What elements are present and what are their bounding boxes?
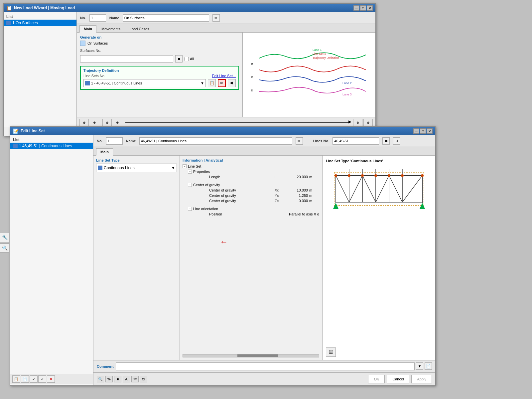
info-title: Information | Analytical bbox=[183, 158, 319, 162]
type-value: Continuous Lines bbox=[104, 166, 135, 170]
expand-properties[interactable]: − bbox=[188, 170, 192, 174]
svg-point-33 bbox=[388, 174, 390, 177]
formula-icon[interactable]: fx bbox=[140, 376, 147, 382]
line-set-select[interactable]: 1 - 46,49-51 | Continuous Lines ▼ bbox=[83, 79, 206, 87]
text-icon[interactable]: A bbox=[123, 376, 130, 382]
main-list-panel: List 1 On Surfaces bbox=[4, 12, 77, 127]
svg-text:e: e bbox=[251, 88, 253, 92]
surfaces-input-row: ✖ All bbox=[80, 55, 239, 63]
no-input[interactable] bbox=[89, 14, 106, 22]
tree-spacer1 bbox=[183, 180, 319, 182]
list-new-btn[interactable]: 📋 bbox=[12, 375, 20, 383]
line-set-type-select[interactable]: Continuous Lines ▼ bbox=[96, 164, 177, 172]
cancel-button[interactable]: Cancel bbox=[387, 375, 409, 383]
svg-line-19 bbox=[349, 176, 362, 202]
comment-dropdown-btn[interactable]: ▼ bbox=[416, 362, 423, 370]
yc-var: Yc bbox=[275, 194, 285, 198]
list-delete-btn[interactable]: ✕ bbox=[47, 375, 55, 383]
tab-load-cases[interactable]: Load Cases bbox=[125, 25, 154, 32]
mov-btn-6[interactable]: ⊕ bbox=[363, 119, 373, 126]
mov-btn-5[interactable]: ⊕ bbox=[353, 119, 362, 126]
left-icon-1[interactable]: 🔧 bbox=[0, 233, 9, 242]
all-checkbox-group: All bbox=[185, 57, 194, 61]
edit-tab-bar: Main bbox=[93, 147, 435, 156]
surfaces-row: Surfaces No. bbox=[80, 49, 239, 53]
mov-btn-4[interactable]: ⊕ bbox=[113, 119, 122, 126]
eye-icon[interactable]: 👁 bbox=[131, 376, 139, 382]
list-check2-btn[interactable]: ✓ bbox=[38, 375, 46, 383]
viz-info-btn[interactable]: 🖼 bbox=[326, 347, 336, 357]
minimize-button[interactable]: ─ bbox=[353, 5, 359, 11]
edit-minimize-button[interactable]: ─ bbox=[413, 128, 419, 134]
edit-window-controls: ─ □ ✕ bbox=[413, 128, 433, 134]
trajectory-definition-box: Trajectory Definition Line Sets No. Edit… bbox=[80, 66, 239, 90]
surfaces-pick-button[interactable]: ✖ bbox=[175, 55, 183, 63]
edit-list-panel: List 1 46,49-51 | Continuous Lines 📋 📄 ✓… bbox=[10, 135, 93, 385]
edit-name-btn[interactable]: ✏ bbox=[296, 137, 303, 145]
name-label: Name bbox=[109, 16, 119, 20]
scroll-bar[interactable] bbox=[183, 354, 319, 357]
scroll-thumb[interactable] bbox=[237, 354, 278, 357]
list-item-1[interactable]: 1 On Surfaces bbox=[4, 20, 76, 26]
surfaces-no-input[interactable] bbox=[80, 55, 173, 63]
edit-lines-pick-btn[interactable]: ✖ bbox=[382, 137, 390, 145]
mov-btn-1[interactable]: ⊕ bbox=[79, 119, 89, 126]
tab-movements[interactable]: Movements bbox=[97, 25, 125, 32]
edit-no-input[interactable] bbox=[106, 137, 123, 145]
edit-maximize-button[interactable]: □ bbox=[420, 128, 426, 134]
xc-name: Center of gravity bbox=[209, 188, 275, 192]
main-content-area: List 1 On Surfaces No. Name ✏ bbox=[4, 12, 375, 127]
expand-lineset[interactable]: − bbox=[183, 164, 187, 168]
name-input[interactable] bbox=[123, 14, 209, 22]
edit-tab-main[interactable]: Main bbox=[96, 148, 113, 156]
search-bottom-icon[interactable]: 🔍 bbox=[97, 376, 104, 382]
tree-length-value: 20.000 bbox=[285, 175, 308, 179]
svg-line-23 bbox=[402, 176, 422, 202]
edit-name-input[interactable] bbox=[139, 137, 292, 145]
mov-btn-2[interactable]: ⊕ bbox=[90, 119, 99, 126]
percent-icon[interactable]: % bbox=[105, 376, 113, 382]
movement-icons-row: ⊕ ⊕ ⊕ ⊕ ▶ ⊕ ⊕ bbox=[77, 117, 375, 127]
expand-cog[interactable]: − bbox=[188, 183, 192, 187]
comment-input[interactable] bbox=[116, 362, 415, 370]
traj-add-button[interactable]: 📋 bbox=[208, 79, 216, 87]
svg-text:e: e bbox=[251, 62, 253, 66]
close-button[interactable]: ✕ bbox=[367, 5, 373, 11]
title-left: 📋 New Load Wizard | Moving Load bbox=[6, 5, 75, 11]
edit-close-button[interactable]: ✕ bbox=[427, 128, 433, 134]
yc-value: 1.250 bbox=[285, 194, 308, 198]
edit-lines-input[interactable] bbox=[332, 137, 379, 145]
edit-line-set-link[interactable]: Edit Line Set... bbox=[212, 74, 236, 78]
edit-list-item-1[interactable]: 1 46,49-51 | Continuous Lines bbox=[10, 143, 93, 149]
square-icon[interactable]: ■ bbox=[114, 376, 121, 382]
zc-unit: m bbox=[309, 199, 319, 203]
name-edit-button[interactable]: ✏ bbox=[212, 14, 220, 22]
no-label: No. bbox=[80, 16, 86, 20]
comment-copy-btn[interactable]: 📄 bbox=[425, 362, 432, 370]
apply-button[interactable]: Apply bbox=[411, 375, 432, 383]
traj-delete-button[interactable]: ✖ bbox=[228, 79, 236, 87]
edit-list-spacer bbox=[10, 149, 93, 374]
tree-length-var: L bbox=[275, 175, 285, 179]
all-checkbox[interactable] bbox=[185, 57, 189, 61]
info-area: Information | Analytical − Line Set − Pr… bbox=[180, 156, 322, 360]
mov-btn-3[interactable]: ⊕ bbox=[102, 119, 112, 126]
list-panel-label: List bbox=[4, 14, 76, 20]
ok-button[interactable]: OK bbox=[368, 375, 385, 383]
maximize-button[interactable]: □ bbox=[360, 5, 366, 11]
list-copy-btn[interactable]: 📄 bbox=[21, 375, 29, 383]
expand-orientation[interactable]: − bbox=[188, 207, 192, 211]
viz-export-btn[interactable]: 🖼 bbox=[326, 347, 336, 357]
traj-select-row: 1 - 46,49-51 | Continuous Lines ▼ 📋 ✏ ✖ bbox=[83, 79, 236, 87]
edit-title-left: 📝 Edit Line Set bbox=[13, 128, 45, 134]
list-item-icon bbox=[6, 21, 11, 25]
edit-lines-refresh-btn[interactable]: ↺ bbox=[393, 137, 400, 145]
svg-point-31 bbox=[361, 174, 364, 177]
comment-label: Comment bbox=[97, 364, 114, 368]
list-check1-btn[interactable]: ✓ bbox=[30, 375, 38, 383]
left-icon-2[interactable]: 🔍 bbox=[0, 243, 9, 253]
line-sets-no-label: Line Sets No. bbox=[83, 74, 105, 78]
tab-main[interactable]: Main bbox=[79, 25, 96, 33]
traj-edit-highlighted-button[interactable]: ✏ bbox=[218, 79, 226, 87]
bottom-left-icons: 🔍 % ■ A 👁 fx bbox=[97, 376, 147, 382]
